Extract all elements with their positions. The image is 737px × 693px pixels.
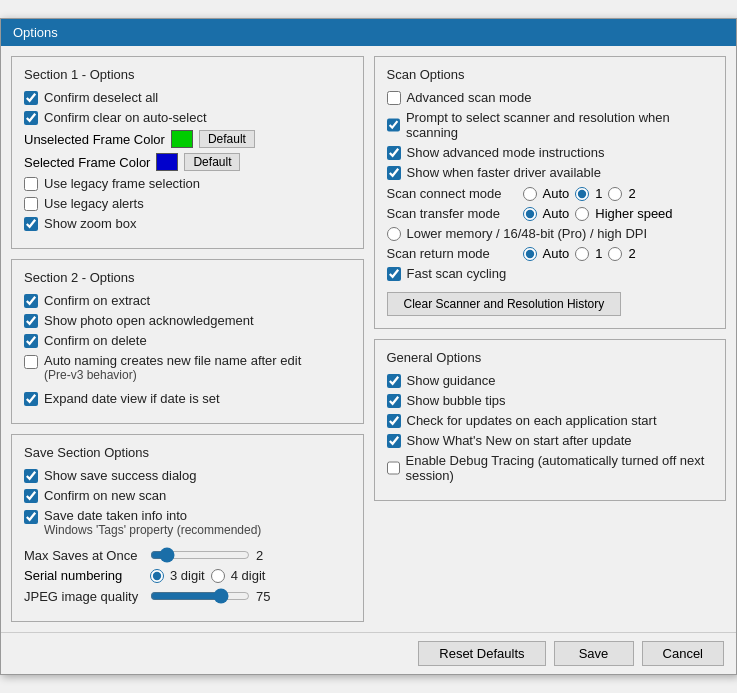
legacy-alerts-checkbox[interactable] <box>24 197 38 211</box>
section1-title: Section 1 - Options <box>24 67 351 82</box>
jpeg-quality-value: 75 <box>256 589 276 604</box>
section3-box: Save Section Options Show save success d… <box>11 434 364 622</box>
show-faster-label: Show when faster driver available <box>407 165 601 180</box>
show-bubble-checkbox[interactable] <box>387 394 401 408</box>
st-lower-radio[interactable] <box>387 227 401 241</box>
clear-scanner-button[interactable]: Clear Scanner and Resolution History <box>387 292 622 316</box>
show-guidance-row: Show guidance <box>387 373 714 388</box>
st-lower-label: Lower memory / 16/48-bit (Pro) / high DP… <box>407 226 648 241</box>
scan-connect-label: Scan connect mode <box>387 186 517 201</box>
show-photo-checkbox[interactable] <box>24 314 38 328</box>
check-updates-row: Check for updates on each application st… <box>387 413 714 428</box>
scan-connect-row: Scan connect mode Auto 1 2 <box>387 186 714 201</box>
max-saves-slider[interactable] <box>150 547 250 563</box>
jpeg-quality-slider[interactable] <box>150 588 250 604</box>
selected-color-label: Selected Frame Color <box>24 155 150 170</box>
selected-color-swatch[interactable] <box>156 153 178 171</box>
jpeg-quality-row: JPEG image quality 75 <box>24 588 351 604</box>
window-title: Options <box>13 25 58 40</box>
sr-2-radio[interactable] <box>608 247 622 261</box>
confirm-clear-checkbox[interactable] <box>24 111 38 125</box>
save-date-taken-checkbox[interactable] <box>24 510 38 524</box>
save-date-taken-row: Save date taken info into Windows 'Tags'… <box>24 508 351 541</box>
confirm-new-scan-label: Confirm on new scan <box>44 488 166 503</box>
st-auto-radio[interactable] <box>523 207 537 221</box>
prompt-scanner-checkbox[interactable] <box>387 118 400 132</box>
expand-date-label: Expand date view if date is set <box>44 391 220 406</box>
unselected-frame-row: Unselected Frame Color Default <box>24 130 351 148</box>
confirm-deselect-checkbox[interactable] <box>24 91 38 105</box>
auto-naming-sublabel: (Pre-v3 behavior) <box>44 368 301 382</box>
legacy-frame-row: Use legacy frame selection <box>24 176 351 191</box>
sc-auto-label: Auto <box>543 186 570 201</box>
show-advanced-checkbox[interactable] <box>387 146 401 160</box>
confirm-clear-label: Confirm clear on auto-select <box>44 110 207 125</box>
show-save-success-row: Show save success dialog <box>24 468 351 483</box>
left-panel: Section 1 - Options Confirm deselect all… <box>11 56 364 622</box>
st-higher-radio[interactable] <box>575 207 589 221</box>
legacy-frame-checkbox[interactable] <box>24 177 38 191</box>
show-whats-new-row: Show What's New on start after update <box>387 433 714 448</box>
show-faster-checkbox[interactable] <box>387 166 401 180</box>
sc-2-label: 2 <box>628 186 635 201</box>
auto-naming-checkbox[interactable] <box>24 355 38 369</box>
show-whats-new-checkbox[interactable] <box>387 434 401 448</box>
sr-1-radio[interactable] <box>575 247 589 261</box>
st-higher-label: Higher speed <box>595 206 672 221</box>
serial-4-radio[interactable] <box>211 569 225 583</box>
reset-defaults-button[interactable]: Reset Defaults <box>418 641 545 666</box>
show-whats-new-label: Show What's New on start after update <box>407 433 632 448</box>
confirm-new-scan-checkbox[interactable] <box>24 489 38 503</box>
confirm-delete-checkbox[interactable] <box>24 334 38 348</box>
serial-3-radio[interactable] <box>150 569 164 583</box>
scan-options-box: Scan Options Advanced scan mode Prompt t… <box>374 56 727 329</box>
confirm-clear-row: Confirm clear on auto-select <box>24 110 351 125</box>
confirm-extract-row: Confirm on extract <box>24 293 351 308</box>
advanced-scan-checkbox[interactable] <box>387 91 401 105</box>
auto-naming-label: Auto naming creates new file name after … <box>44 353 301 368</box>
enable-debug-checkbox[interactable] <box>387 461 400 475</box>
scan-return-label: Scan return mode <box>387 246 517 261</box>
save-date-label-wrap: Save date taken info into Windows 'Tags'… <box>44 508 261 541</box>
fast-scan-checkbox[interactable] <box>387 267 401 281</box>
confirm-delete-label: Confirm on delete <box>44 333 147 348</box>
show-save-success-label: Show save success dialog <box>44 468 196 483</box>
cancel-button[interactable]: Cancel <box>642 641 724 666</box>
legacy-alerts-label: Use legacy alerts <box>44 196 144 211</box>
sc-1-radio[interactable] <box>575 187 589 201</box>
unselected-default-button[interactable]: Default <box>199 130 255 148</box>
st-auto-label: Auto <box>543 206 570 221</box>
scan-transfer-group: Auto Higher speed <box>523 206 673 221</box>
unselected-color-swatch[interactable] <box>171 130 193 148</box>
section3-title: Save Section Options <box>24 445 351 460</box>
confirm-extract-checkbox[interactable] <box>24 294 38 308</box>
serial-label: Serial numbering <box>24 568 144 583</box>
show-bubble-row: Show bubble tips <box>387 393 714 408</box>
show-save-success-checkbox[interactable] <box>24 469 38 483</box>
legacy-frame-label: Use legacy frame selection <box>44 176 200 191</box>
scan-transfer-row: Scan transfer mode Auto Higher speed <box>387 206 714 221</box>
selected-frame-row: Selected Frame Color Default <box>24 153 351 171</box>
show-advanced-row: Show advanced mode instructions <box>387 145 714 160</box>
serial-3-label: 3 digit <box>170 568 205 583</box>
serial-4-label: 4 digit <box>231 568 266 583</box>
show-zoom-checkbox[interactable] <box>24 217 38 231</box>
expand-date-checkbox[interactable] <box>24 392 38 406</box>
show-photo-label: Show photo open acknowledgement <box>44 313 254 328</box>
max-saves-label: Max Saves at Once <box>24 548 144 563</box>
scan-transfer-label: Scan transfer mode <box>387 206 517 221</box>
sc-2-radio[interactable] <box>608 187 622 201</box>
legacy-alerts-row: Use legacy alerts <box>24 196 351 211</box>
check-updates-checkbox[interactable] <box>387 414 401 428</box>
scan-return-group: Auto 1 2 <box>523 246 636 261</box>
sc-1-label: 1 <box>595 186 602 201</box>
sc-auto-radio[interactable] <box>523 187 537 201</box>
title-bar: Options <box>1 19 736 46</box>
selected-default-button[interactable]: Default <box>184 153 240 171</box>
serial-row: Serial numbering 3 digit 4 digit <box>24 568 351 583</box>
save-button[interactable]: Save <box>554 641 634 666</box>
sr-auto-radio[interactable] <box>523 247 537 261</box>
show-bubble-label: Show bubble tips <box>407 393 506 408</box>
confirm-delete-row: Confirm on delete <box>24 333 351 348</box>
show-guidance-checkbox[interactable] <box>387 374 401 388</box>
